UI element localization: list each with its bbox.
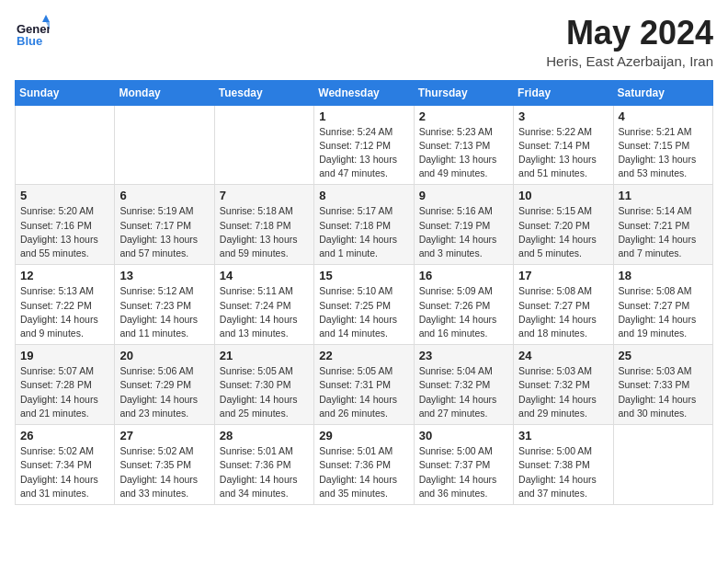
calendar-week-3: 12Sunrise: 5:13 AM Sunset: 7:22 PM Dayli… bbox=[16, 265, 713, 345]
day-number: 24 bbox=[518, 349, 608, 362]
day-info: Sunrise: 5:23 AM Sunset: 7:13 PM Dayligh… bbox=[419, 125, 508, 181]
day-number: 31 bbox=[518, 429, 608, 442]
month-year: May 2024 bbox=[546, 15, 713, 52]
day-number: 12 bbox=[20, 269, 109, 282]
day-info: Sunrise: 5:04 AM Sunset: 7:32 PM Dayligh… bbox=[419, 364, 508, 420]
day-info: Sunrise: 5:24 AM Sunset: 7:12 PM Dayligh… bbox=[319, 125, 408, 181]
day-info: Sunrise: 5:17 AM Sunset: 7:18 PM Dayligh… bbox=[319, 204, 408, 260]
calendar-cell: 15Sunrise: 5:10 AM Sunset: 7:25 PM Dayli… bbox=[314, 265, 414, 345]
day-number: 7 bbox=[220, 189, 309, 202]
calendar-cell: 11Sunrise: 5:14 AM Sunset: 7:21 PM Dayli… bbox=[613, 185, 712, 265]
calendar-cell: 13Sunrise: 5:12 AM Sunset: 7:23 PM Dayli… bbox=[115, 265, 214, 345]
calendar-week-1: 1Sunrise: 5:24 AM Sunset: 7:12 PM Daylig… bbox=[16, 105, 713, 185]
calendar-cell: 25Sunrise: 5:03 AM Sunset: 7:33 PM Dayli… bbox=[613, 345, 712, 425]
header-monday: Monday bbox=[115, 80, 214, 105]
day-number: 10 bbox=[518, 189, 608, 202]
day-number: 15 bbox=[319, 269, 408, 282]
day-info: Sunrise: 5:06 AM Sunset: 7:29 PM Dayligh… bbox=[119, 364, 209, 420]
svg-marker-2 bbox=[42, 15, 50, 22]
day-number: 3 bbox=[518, 109, 608, 123]
logo-icon: General Blue bbox=[15, 15, 50, 50]
calendar-cell: 7Sunrise: 5:18 AM Sunset: 7:18 PM Daylig… bbox=[214, 185, 313, 265]
day-number: 16 bbox=[419, 269, 508, 282]
calendar-cell: 28Sunrise: 5:01 AM Sunset: 7:36 PM Dayli… bbox=[214, 425, 313, 505]
page-header: General Blue May 2024 Heris, East Azerba… bbox=[15, 15, 713, 69]
day-info: Sunrise: 5:13 AM Sunset: 7:22 PM Dayligh… bbox=[20, 284, 109, 340]
calendar-cell bbox=[16, 105, 115, 185]
day-number: 29 bbox=[319, 429, 408, 442]
logo: General Blue bbox=[15, 15, 53, 50]
calendar-cell: 22Sunrise: 5:05 AM Sunset: 7:31 PM Dayli… bbox=[314, 345, 414, 425]
calendar-cell: 27Sunrise: 5:02 AM Sunset: 7:35 PM Dayli… bbox=[115, 425, 214, 505]
day-number: 8 bbox=[319, 189, 408, 202]
calendar-cell: 4Sunrise: 5:21 AM Sunset: 7:15 PM Daylig… bbox=[613, 105, 712, 185]
header-thursday: Thursday bbox=[414, 80, 513, 105]
day-info: Sunrise: 5:18 AM Sunset: 7:18 PM Dayligh… bbox=[220, 204, 309, 260]
header-tuesday: Tuesday bbox=[214, 80, 313, 105]
day-number: 17 bbox=[518, 269, 608, 282]
day-info: Sunrise: 5:02 AM Sunset: 7:35 PM Dayligh… bbox=[119, 444, 209, 500]
day-number: 5 bbox=[20, 189, 109, 202]
day-number: 26 bbox=[20, 429, 109, 442]
calendar-cell: 20Sunrise: 5:06 AM Sunset: 7:29 PM Dayli… bbox=[115, 345, 214, 425]
calendar-cell: 10Sunrise: 5:15 AM Sunset: 7:20 PM Dayli… bbox=[514, 185, 613, 265]
days-header-row: Sunday Monday Tuesday Wednesday Thursday… bbox=[16, 80, 713, 105]
day-number: 13 bbox=[119, 269, 209, 282]
day-info: Sunrise: 5:05 AM Sunset: 7:31 PM Dayligh… bbox=[319, 364, 408, 420]
day-info: Sunrise: 5:16 AM Sunset: 7:19 PM Dayligh… bbox=[419, 204, 508, 260]
day-info: Sunrise: 5:12 AM Sunset: 7:23 PM Dayligh… bbox=[119, 284, 209, 340]
day-info: Sunrise: 5:19 AM Sunset: 7:17 PM Dayligh… bbox=[119, 204, 209, 260]
calendar-cell: 6Sunrise: 5:19 AM Sunset: 7:17 PM Daylig… bbox=[115, 185, 214, 265]
calendar-table: Sunday Monday Tuesday Wednesday Thursday… bbox=[15, 80, 713, 505]
day-info: Sunrise: 5:03 AM Sunset: 7:33 PM Dayligh… bbox=[619, 364, 708, 420]
header-sunday: Sunday bbox=[16, 80, 115, 105]
day-number: 19 bbox=[20, 349, 109, 362]
day-info: Sunrise: 5:20 AM Sunset: 7:16 PM Dayligh… bbox=[20, 204, 109, 260]
calendar-cell: 17Sunrise: 5:08 AM Sunset: 7:27 PM Dayli… bbox=[514, 265, 613, 345]
calendar-week-2: 5Sunrise: 5:20 AM Sunset: 7:16 PM Daylig… bbox=[16, 185, 713, 265]
calendar-cell: 16Sunrise: 5:09 AM Sunset: 7:26 PM Dayli… bbox=[414, 265, 513, 345]
day-number: 30 bbox=[419, 429, 508, 442]
day-info: Sunrise: 5:05 AM Sunset: 7:30 PM Dayligh… bbox=[220, 364, 309, 420]
calendar-cell: 5Sunrise: 5:20 AM Sunset: 7:16 PM Daylig… bbox=[16, 185, 115, 265]
calendar-cell: 29Sunrise: 5:01 AM Sunset: 7:36 PM Dayli… bbox=[314, 425, 414, 505]
day-number: 22 bbox=[319, 349, 408, 362]
day-info: Sunrise: 5:01 AM Sunset: 7:36 PM Dayligh… bbox=[220, 444, 309, 500]
calendar-cell bbox=[214, 105, 313, 185]
calendar-cell: 30Sunrise: 5:00 AM Sunset: 7:37 PM Dayli… bbox=[414, 425, 513, 505]
day-info: Sunrise: 5:10 AM Sunset: 7:25 PM Dayligh… bbox=[319, 284, 408, 340]
day-info: Sunrise: 5:01 AM Sunset: 7:36 PM Dayligh… bbox=[319, 444, 408, 500]
calendar-cell bbox=[115, 105, 214, 185]
day-number: 20 bbox=[119, 349, 209, 362]
day-number: 18 bbox=[619, 269, 708, 282]
day-info: Sunrise: 5:00 AM Sunset: 7:38 PM Dayligh… bbox=[518, 444, 608, 500]
day-number: 25 bbox=[619, 349, 708, 362]
calendar-cell: 9Sunrise: 5:16 AM Sunset: 7:19 PM Daylig… bbox=[414, 185, 513, 265]
day-number: 23 bbox=[419, 349, 508, 362]
calendar-cell: 24Sunrise: 5:03 AM Sunset: 7:32 PM Dayli… bbox=[514, 345, 613, 425]
day-info: Sunrise: 5:09 AM Sunset: 7:26 PM Dayligh… bbox=[419, 284, 508, 340]
day-info: Sunrise: 5:11 AM Sunset: 7:24 PM Dayligh… bbox=[220, 284, 309, 340]
day-info: Sunrise: 5:21 AM Sunset: 7:15 PM Dayligh… bbox=[619, 125, 708, 181]
day-number: 27 bbox=[119, 429, 209, 442]
day-info: Sunrise: 5:15 AM Sunset: 7:20 PM Dayligh… bbox=[518, 204, 608, 260]
day-number: 9 bbox=[419, 189, 508, 202]
calendar-cell: 2Sunrise: 5:23 AM Sunset: 7:13 PM Daylig… bbox=[414, 105, 513, 185]
day-number: 1 bbox=[319, 109, 408, 123]
header-wednesday: Wednesday bbox=[314, 80, 414, 105]
day-info: Sunrise: 5:02 AM Sunset: 7:34 PM Dayligh… bbox=[20, 444, 109, 500]
svg-text:Blue: Blue bbox=[17, 34, 42, 48]
day-number: 4 bbox=[619, 109, 708, 123]
location: Heris, East Azerbaijan, Iran bbox=[546, 53, 713, 69]
day-info: Sunrise: 5:22 AM Sunset: 7:14 PM Dayligh… bbox=[518, 125, 608, 181]
calendar-cell: 19Sunrise: 5:07 AM Sunset: 7:28 PM Dayli… bbox=[16, 345, 115, 425]
day-number: 6 bbox=[119, 189, 209, 202]
header-saturday: Saturday bbox=[613, 80, 712, 105]
day-info: Sunrise: 5:08 AM Sunset: 7:27 PM Dayligh… bbox=[619, 284, 708, 340]
day-info: Sunrise: 5:08 AM Sunset: 7:27 PM Dayligh… bbox=[518, 284, 608, 340]
calendar-cell: 8Sunrise: 5:17 AM Sunset: 7:18 PM Daylig… bbox=[314, 185, 414, 265]
calendar-cell bbox=[613, 425, 712, 505]
day-info: Sunrise: 5:03 AM Sunset: 7:32 PM Dayligh… bbox=[518, 364, 608, 420]
calendar-cell: 3Sunrise: 5:22 AM Sunset: 7:14 PM Daylig… bbox=[514, 105, 613, 185]
calendar-week-4: 19Sunrise: 5:07 AM Sunset: 7:28 PM Dayli… bbox=[16, 345, 713, 425]
